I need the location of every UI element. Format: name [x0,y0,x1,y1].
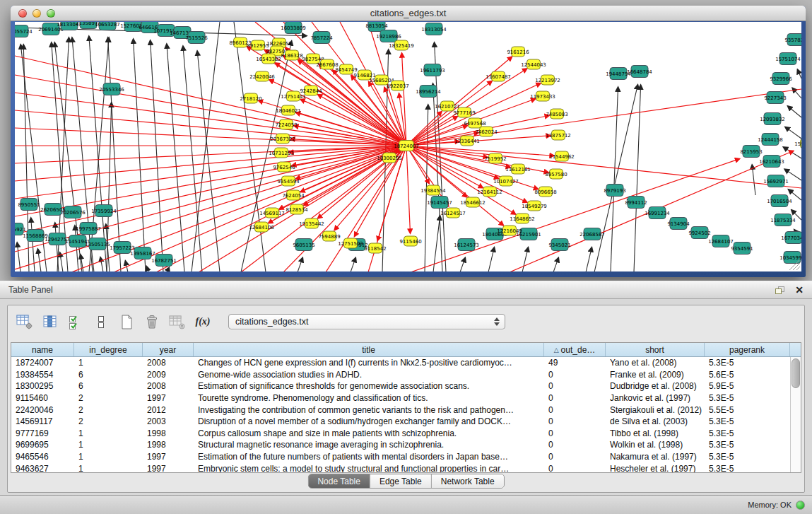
column-header-pagerank[interactable]: pagerank [705,343,790,356]
table-selector-dropdown[interactable]: citations_edges.txt [228,314,505,329]
graph-node-label: 20367322 [270,136,295,142]
select-rows-button[interactable] [66,313,86,330]
table-cell: Structural magnetic resonance image aver… [194,440,544,450]
table-row[interactable]: 946362711997Embryonic stem cells: a mode… [11,462,790,472]
table-cell: 1997 [143,464,194,472]
graph-node-label: 17957223 [110,245,135,251]
graph-node-label: 12164112 [477,189,502,195]
desktop: citations_edges.txt 14055724206914061813… [0,0,812,514]
graph-node-label: 16648784 [627,69,652,75]
graph-node-label: 18046021 [276,108,301,114]
table-cell: 0 [544,464,606,472]
table-panel-header: Table Panel ✕ [0,281,812,299]
delete-table-button[interactable] [142,313,162,330]
graph-node-label: 19135442 [299,221,324,227]
tab-edge-table[interactable]: Edge Table [370,474,432,488]
graph-node-label: 12751503 [338,241,363,247]
graph-node-label: 9354594 [277,179,300,185]
table-settings-button[interactable] [15,313,35,330]
table-row[interactable]: 1938455462009Genome-wide association stu… [11,369,790,381]
table-row[interactable]: 1872400712008Changes of HCN gene express… [11,357,790,369]
column-header-in_degree[interactable]: in_degree [74,343,143,356]
graph-edge [460,257,465,271]
graph-edge [167,44,184,271]
table-row[interactable]: 2242004622012Investigating the contribut… [11,404,790,416]
table-cell: 2 [74,416,143,426]
graph-edge [783,147,801,158]
show-columns-button[interactable] [40,313,60,330]
vertical-scrollbar[interactable] [790,357,801,472]
column-header-title[interactable]: title [194,343,544,356]
function-builder-button[interactable]: f(x) [193,313,213,330]
column-header-year[interactable]: year [143,343,194,356]
close-panel-icon[interactable]: ✕ [795,285,804,295]
table-row[interactable]: 1830029562008Estimation of significance … [11,380,790,392]
table-cell: 9465546 [11,452,74,462]
table-cell: 18300295 [11,381,74,391]
graph-node-label: 8186328 [281,53,302,59]
table-row[interactable]: 911546021997Tourette syndrome. Phenomeno… [11,392,790,404]
table-row[interactable]: 1456911722003Disruption of a novel membe… [11,416,790,428]
table-cell: Disruption of a novel member of a sodium… [194,416,544,426]
graph-node-label: 11973433 [530,94,555,100]
graph-node-label: 11612161 [505,167,531,173]
table-cell: 0 [544,405,606,415]
table-row[interactable]: 977716911998Corpus callosum shape and si… [11,428,790,440]
table-cell: 2008 [143,381,194,391]
graph-node-label: 18956214 [416,89,441,95]
table-cell: 6 [74,370,143,380]
graph-node-label: 11607487 [486,74,511,80]
table-cell: 2008 [143,358,194,368]
table-cell: Estimation of significance thresholds fo… [194,381,544,391]
graph-edge [752,165,755,195]
column-header-short[interactable]: short [606,343,705,356]
graph-edge [594,85,638,271]
table-cell: 1 [74,428,143,438]
network-canvas[interactable]: 1405572420691406181330412135897310653287… [15,22,801,271]
tab-node-table[interactable]: Node Table [308,474,370,488]
tab-network-table[interactable]: Network Table [432,474,504,488]
table-cell: 9115460 [11,393,74,403]
graph-node-label: 2718120 [240,96,261,102]
graph-node-label: 8912955 [247,43,269,49]
graph-node-label: 9345021 [548,243,570,248]
float-panel-icon[interactable] [775,286,785,295]
column-header-out_de[interactable]: △out_de… [544,343,606,356]
table-cell: 2 [74,393,143,403]
graph-node-label: 8813054 [365,23,388,29]
table-tabs: Node TableEdge TableNetwork Table [307,474,504,489]
table-cell: 2012 [143,405,194,415]
scrollbar-thumb[interactable] [792,358,800,388]
table-cell: Jankovic et al. (1997) [606,393,705,403]
graph-node-label: 18313054 [421,27,447,33]
table-cell: 1 [74,464,143,472]
graph-node-label: 9227343 [764,95,786,101]
table-cell: 1998 [143,440,194,450]
graph-edge [146,266,148,271]
graph-node-label: 9605135 [293,243,314,248]
graph-node-label: 26206505 [40,207,66,213]
graph-node-label: 8128534 [286,207,308,213]
table-row[interactable]: 969969511998Structural magnetic resonanc… [11,439,790,451]
graph-node-label: 9777169 [453,110,475,116]
graph-node-label: 15685204 [369,78,394,83]
table-cell: Dudbridge et al. (2008) [606,381,705,391]
graph-node-label: 19145457 [427,200,452,206]
table-cell: 9463627 [11,464,74,472]
network-window-titlebar[interactable]: citations_edges.txt [11,6,806,21]
table-cell: 0 [544,393,606,403]
graph-node-label: 8957580 [545,172,567,177]
new-table-button[interactable] [117,313,136,330]
table-cell: 2003 [143,416,194,426]
graph-node-label: 9134904 [667,221,690,227]
graph-node-label: 3915921 [15,227,26,233]
graph-node-label: 8994112 [625,200,647,206]
row-options-button[interactable] [91,313,111,330]
column-header-name[interactable]: name [11,343,74,356]
graph-edge [75,226,78,271]
table-row[interactable]: 946554611997Estimation of the future num… [11,451,790,463]
graph-node-label: 11648652 [510,216,535,222]
graph-node-label: 15692971 [763,179,789,185]
delete-columns-button[interactable] [167,313,187,330]
graph-node-label: 16731293 [269,151,294,156]
